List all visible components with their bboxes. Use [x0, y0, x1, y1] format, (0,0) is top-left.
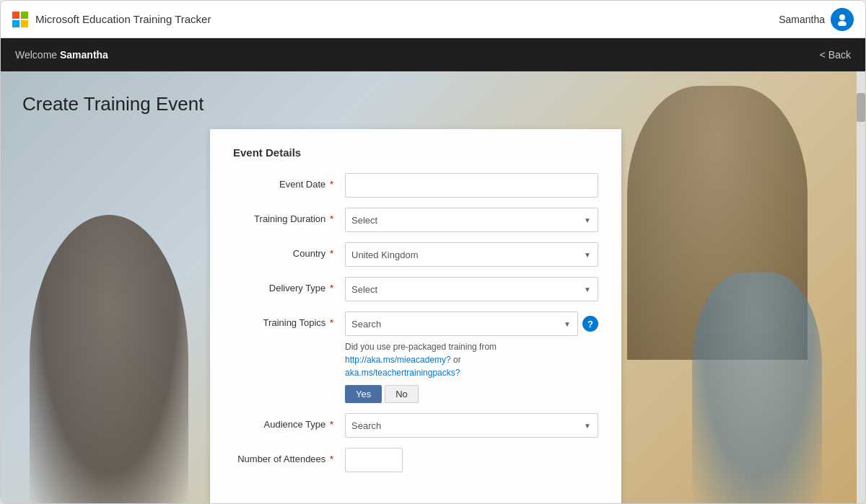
event-date-label: Event Date * [233, 173, 345, 190]
audience-type-label: Audience Type * [233, 413, 345, 430]
event-date-control [345, 173, 598, 198]
number-of-attendees-control [345, 448, 598, 472]
user-info: Samantha [779, 8, 854, 31]
event-date-input[interactable] [345, 173, 598, 198]
scrollbar-track [857, 71, 865, 503]
form-section-title: Event Details [233, 146, 598, 159]
delivery-type-label: Delivery Type * [233, 277, 345, 293]
event-date-required: * [327, 179, 333, 190]
number-of-attendees-row: Number of Attendees * [233, 448, 598, 472]
main-content: Create Training Event Event Details Even… [1, 71, 865, 503]
svg-rect-2 [12, 20, 19, 27]
training-duration-select-wrap: Select 1 hour 2 hours Half day Full day … [345, 208, 598, 232]
avatar[interactable] [831, 8, 854, 31]
country-label: Country * [233, 242, 345, 259]
country-row: Country * United Kingdom United States C… [233, 242, 598, 267]
teacher-training-link[interactable]: aka.ms/teachertrainingpacks? [345, 368, 460, 378]
svg-point-5 [838, 21, 847, 26]
welcome-text: Welcome Samantha [15, 49, 108, 61]
training-duration-select[interactable]: Select 1 hour 2 hours Half day Full day [345, 208, 598, 232]
back-button[interactable]: < Back [820, 49, 851, 61]
top-bar: Microsoft Education Training Tracker Sam… [1, 1, 865, 38]
username-display: Samantha [779, 14, 825, 25]
training-topics-control: Search Digital Literacy STEM Office 365 … [345, 311, 598, 403]
no-button[interactable]: No [385, 385, 419, 403]
mie-academy-link[interactable]: http://aka.ms/mieacademy? [345, 355, 451, 365]
svg-rect-1 [21, 12, 28, 19]
country-select[interactable]: United Kingdom United States Canada Aust… [345, 242, 598, 267]
delivery-type-select-wrap: Select In Person Online Blended ▼ [345, 277, 598, 301]
ms-logo [12, 12, 28, 27]
training-duration-control: Select 1 hour 2 hours Half day Full day … [345, 208, 598, 232]
country-control: United Kingdom United States Canada Aust… [345, 242, 598, 267]
pre-packaged-note: Did you use pre-packaged training from h… [345, 340, 598, 379]
svg-rect-0 [12, 12, 19, 19]
audience-type-select[interactable]: Search Teachers Students Administrators [345, 413, 598, 438]
help-icon[interactable]: ? [582, 316, 598, 332]
page-title: Create Training Event [22, 93, 204, 115]
audience-type-control: Search Teachers Students Administrators … [345, 413, 598, 438]
audience-type-select-wrap: Search Teachers Students Administrators … [345, 413, 598, 438]
bg-person-left [30, 215, 188, 503]
delivery-type-row: Delivery Type * Select In Person Online … [233, 277, 598, 301]
nav-username: Samantha [60, 49, 108, 61]
number-of-attendees-input[interactable] [345, 448, 403, 472]
country-select-wrap: United Kingdom United States Canada Aust… [345, 242, 598, 267]
svg-point-4 [839, 14, 845, 20]
training-topics-row: Training Topics * Search Digital Literac… [233, 311, 598, 403]
nav-bar: Welcome Samantha < Back [1, 38, 865, 71]
app-title: Microsoft Education Training Tracker [35, 13, 779, 25]
scrollbar-thumb[interactable] [857, 93, 865, 122]
yes-button[interactable]: Yes [345, 385, 382, 403]
form-card: Event Details Event Date * Training Dura… [210, 129, 621, 503]
training-topics-inner: Search Digital Literacy STEM Office 365 … [345, 311, 598, 336]
app-container: Microsoft Education Training Tracker Sam… [0, 0, 866, 504]
number-of-attendees-label: Number of Attendees * [233, 448, 345, 464]
training-duration-label: Training Duration * [233, 208, 345, 224]
training-topics-select[interactable]: Search Digital Literacy STEM Office 365 [345, 311, 578, 336]
event-date-row: Event Date * [233, 173, 598, 198]
training-duration-row: Training Duration * Select 1 hour 2 hour… [233, 208, 598, 232]
delivery-type-control: Select In Person Online Blended ▼ [345, 277, 598, 301]
bg-child [692, 273, 822, 503]
svg-rect-3 [21, 20, 28, 27]
delivery-type-select[interactable]: Select In Person Online Blended [345, 277, 598, 301]
training-topics-label: Training Topics * [233, 311, 345, 328]
audience-type-row: Audience Type * Search Teachers Students… [233, 413, 598, 438]
yes-no-row: Yes No [345, 385, 598, 403]
training-topics-select-wrap: Search Digital Literacy STEM Office 365 … [345, 311, 578, 336]
